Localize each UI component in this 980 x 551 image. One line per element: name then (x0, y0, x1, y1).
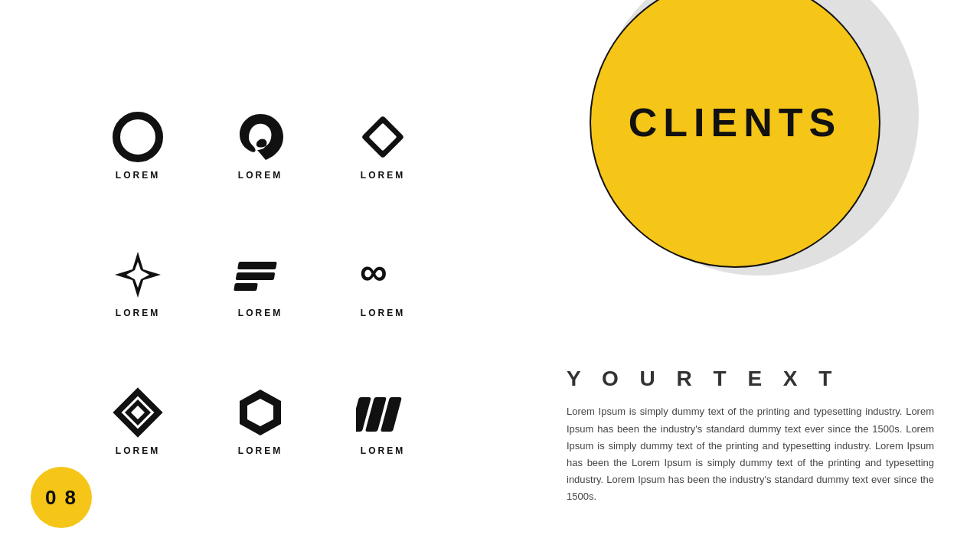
logo-item-1: LOREM (77, 77, 199, 214)
svg-point-0 (116, 116, 159, 158)
hexagon-icon (234, 386, 287, 439)
infinity-icon: ∞ (356, 248, 410, 302)
svg-rect-3 (237, 262, 277, 269)
logo-label-7: LOREM (116, 445, 160, 456)
page-number-circle: 0 8 (31, 467, 92, 528)
your-text-body: Lorem Ipsum is simply dummy text of the … (567, 403, 934, 505)
star-diamond-icon (111, 248, 165, 302)
logo-label-4: LOREM (116, 308, 160, 318)
diamond-icon (356, 110, 410, 164)
logo-label-3: LOREM (361, 170, 405, 181)
svg-text:∞: ∞ (360, 250, 387, 293)
logo-item-4: LOREM (77, 214, 199, 352)
logo-label-8: LOREM (238, 445, 283, 456)
logo-item-5: LOREM (199, 214, 322, 352)
your-text-section: Y O U R T E X T Lorem Ipsum is simply du… (567, 367, 934, 505)
logo-item-3: LOREM (322, 77, 444, 214)
swirl-icon (234, 110, 287, 164)
circle-ring-icon (111, 110, 165, 164)
logo-label-2: LOREM (238, 170, 283, 181)
arrows-icon (234, 248, 287, 302)
clients-title: CLIENTS (629, 99, 841, 145)
svg-rect-4 (236, 272, 276, 280)
logo-item-2: LOREM (199, 77, 322, 214)
logo-item-6: ∞ LOREM (322, 214, 444, 352)
logo-label-9: LOREM (361, 445, 405, 456)
logo-item-9: LOREM (322, 352, 444, 490)
logo-label-1: LOREM (116, 170, 160, 181)
logo-item-8: LOREM (199, 352, 322, 490)
logo-grid: LOREM LOREM LOREM LOREM LOREM ∞ (77, 77, 444, 490)
page-number: 0 8 (45, 486, 77, 510)
chevrons-icon (111, 386, 165, 439)
triple-slash-icon (356, 386, 410, 439)
your-text-heading: Y O U R T E X T (567, 367, 934, 391)
logo-item-7: LOREM (77, 352, 199, 490)
logo-label-6: LOREM (361, 308, 405, 318)
svg-rect-5 (234, 283, 258, 291)
logo-label-5: LOREM (238, 308, 283, 318)
